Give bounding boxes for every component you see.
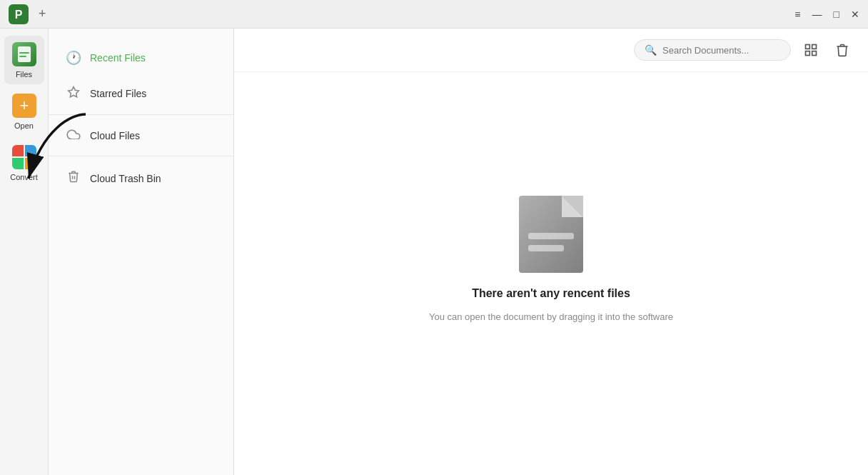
sidebar-item-cloud[interactable]: Cloud Files bbox=[49, 118, 233, 153]
titlebar-left: P + bbox=[9, 4, 51, 24]
open-nav-icon: + bbox=[11, 93, 37, 119]
convert-nav-label: Convert bbox=[10, 173, 38, 181]
sidebar-item-open[interactable]: + Open bbox=[4, 87, 44, 136]
view-toggle-button[interactable] bbox=[799, 39, 822, 61]
sidebar-item-recent[interactable]: 🕐 Recent Files bbox=[49, 40, 233, 76]
convert-nav-icon bbox=[11, 144, 37, 170]
svg-rect-10 bbox=[812, 45, 817, 49]
svg-rect-16 bbox=[528, 233, 574, 239]
sidebar-item-trash[interactable]: Cloud Trash Bin bbox=[49, 159, 233, 197]
minimize-button[interactable]: — bbox=[812, 9, 822, 20]
trash-label: Cloud Trash Bin bbox=[90, 173, 161, 184]
search-icon: 🔍 bbox=[645, 44, 657, 56]
files-nav-label: Files bbox=[16, 70, 32, 79]
close-button[interactable]: ✕ bbox=[851, 9, 859, 20]
app-logo-icon: P bbox=[9, 4, 29, 24]
svg-rect-4 bbox=[19, 52, 29, 54]
svg-rect-3 bbox=[18, 46, 31, 62]
starred-label: Starred Files bbox=[90, 88, 146, 99]
sidebar-item-files[interactable]: Files bbox=[4, 36, 44, 84]
titlebar: P + ≡ — □ ✕ bbox=[0, 0, 868, 29]
starred-icon bbox=[66, 86, 81, 101]
maximize-button[interactable]: □ bbox=[834, 9, 839, 20]
add-tab-button[interactable]: + bbox=[34, 5, 51, 23]
cloud-label: Cloud Files bbox=[90, 130, 140, 141]
main-content: 🔍 bbox=[234, 29, 868, 475]
svg-rect-9 bbox=[806, 45, 810, 49]
document-illustration bbox=[508, 183, 594, 276]
search-box[interactable]: 🔍 bbox=[634, 39, 791, 61]
trash-toolbar-icon bbox=[835, 43, 849, 57]
trash-toolbar-button[interactable] bbox=[831, 39, 854, 61]
empty-state: There aren't any rencent files You can o… bbox=[234, 72, 868, 475]
empty-state-title: There aren't any rencent files bbox=[472, 287, 630, 300]
svg-rect-5 bbox=[19, 56, 26, 57]
search-input[interactable] bbox=[662, 45, 780, 56]
cloud-icon bbox=[66, 128, 81, 143]
sidebar-item-convert[interactable]: Convert bbox=[4, 139, 44, 187]
recent-icon: 🕐 bbox=[66, 50, 81, 66]
menu-icon[interactable]: ≡ bbox=[794, 9, 800, 20]
titlebar-controls: ≡ — □ ✕ bbox=[794, 9, 859, 20]
main-layout: Files + Open Convert bbox=[0, 29, 868, 475]
svg-text:P: P bbox=[15, 9, 23, 21]
sidebar-item-starred[interactable]: Starred Files bbox=[49, 76, 233, 111]
empty-state-subtitle: You can open the document by dragging it… bbox=[429, 311, 673, 322]
grid-view-icon bbox=[804, 43, 818, 57]
svg-marker-8 bbox=[69, 87, 79, 97]
files-nav-icon bbox=[11, 41, 37, 67]
trash-icon bbox=[66, 169, 81, 187]
recent-label: Recent Files bbox=[90, 52, 146, 64]
sidebar-divider-1 bbox=[49, 114, 233, 115]
sidebar-divider-2 bbox=[49, 156, 233, 156]
svg-rect-17 bbox=[528, 245, 564, 251]
svg-rect-11 bbox=[806, 51, 810, 56]
svg-text:+: + bbox=[19, 96, 29, 114]
open-nav-label: Open bbox=[14, 121, 34, 130]
file-sidebar: 🕐 Recent Files Starred Files Cloud Files bbox=[49, 29, 234, 475]
toolbar: 🔍 bbox=[234, 29, 868, 72]
svg-rect-12 bbox=[812, 51, 817, 56]
icon-sidebar: Files + Open Convert bbox=[0, 29, 49, 475]
